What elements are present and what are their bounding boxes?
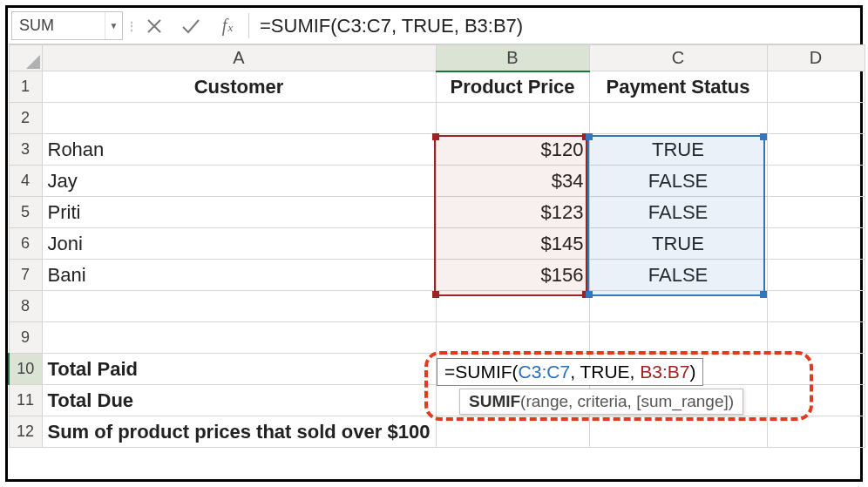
cell[interactable]: Jay (42, 166, 436, 197)
function-tooltip-name: SUMIF (469, 392, 520, 410)
cancel-icon[interactable] (144, 16, 165, 37)
cell[interactable]: TRUE (589, 134, 767, 166)
splitter-icon: ⋮ (125, 8, 139, 44)
cell[interactable] (589, 103, 767, 134)
select-all-corner[interactable] (9, 45, 42, 71)
cell[interactable] (767, 228, 865, 260)
cell[interactable] (589, 291, 767, 322)
row-header[interactable]: 10 (9, 354, 42, 385)
separator (248, 13, 249, 38)
cell[interactable]: Sum of product prices that sold over $10… (42, 416, 436, 448)
cell[interactable]: FALSE (589, 166, 767, 197)
row-header[interactable]: 11 (9, 385, 42, 416)
formula-part-ref-red: B3:B7 (640, 362, 689, 382)
cell[interactable]: Payment Status (589, 71, 767, 103)
cell[interactable] (436, 103, 589, 134)
row-header[interactable]: 8 (9, 291, 42, 322)
row-header[interactable]: 1 (9, 71, 42, 103)
cell[interactable] (767, 322, 865, 354)
cell[interactable] (767, 134, 865, 166)
formula-part-ref-blue: C3:C7 (519, 362, 571, 382)
cell[interactable]: $120 (436, 134, 589, 166)
cell[interactable] (767, 197, 865, 228)
name-box-dropdown-icon[interactable]: ▼ (105, 12, 122, 39)
formula-bar-input[interactable]: =SUMIF(C3:C7, TRUE, B3:B7) (251, 8, 860, 44)
cell[interactable] (436, 291, 589, 322)
cell[interactable] (767, 103, 865, 134)
cell[interactable] (767, 71, 865, 103)
row-header[interactable]: 2 (9, 103, 42, 134)
formula-bar-buttons: fx (139, 8, 247, 44)
cell[interactable]: FALSE (589, 260, 767, 291)
cell[interactable]: Customer (42, 71, 436, 103)
row-header[interactable]: 4 (9, 166, 42, 197)
col-header-b[interactable]: B (436, 45, 589, 71)
cell[interactable] (42, 322, 436, 354)
col-header-a[interactable]: A (42, 45, 436, 71)
row-header[interactable]: 9 (9, 322, 42, 354)
formula-part: =SUMIF( (444, 362, 519, 382)
cell[interactable]: Joni (42, 228, 436, 260)
formula-bar: SUM ▼ ⋮ fx =SUMIF(C3:C7, TRUE, B3:B7) (8, 8, 860, 44)
cell[interactable]: $123 (436, 197, 589, 228)
cell[interactable]: Product Price (436, 71, 589, 103)
function-tooltip-args: (range, criteria, [sum_range]) (520, 392, 734, 410)
spreadsheet-grid: A B C D 1 Customer Product Price Payment… (8, 44, 860, 448)
function-tooltip: SUMIF(range, criteria, [sum_range]) (459, 389, 743, 415)
in-cell-formula-editor[interactable]: =SUMIF(C3:C7, TRUE, B3:B7) (437, 358, 703, 386)
cell[interactable]: $34 (436, 166, 589, 197)
cell[interactable] (436, 322, 589, 354)
cell[interactable]: $156 (436, 260, 589, 291)
row-header[interactable]: 7 (9, 260, 42, 291)
cell[interactable] (767, 260, 865, 291)
cell[interactable] (42, 291, 436, 322)
formula-part: , TRUE, (570, 362, 640, 382)
cell[interactable]: Total Paid (42, 354, 436, 385)
cell[interactable]: Bani (42, 260, 436, 291)
row-header[interactable]: 5 (9, 197, 42, 228)
row-header[interactable]: 3 (9, 134, 42, 166)
cell[interactable] (42, 103, 436, 134)
cell[interactable]: TRUE (589, 228, 767, 260)
name-box-value: SUM (12, 17, 105, 35)
cell[interactable]: $145 (436, 228, 589, 260)
name-box[interactable]: SUM ▼ (11, 11, 123, 40)
formula-bar-text: =SUMIF(C3:C7, TRUE, B3:B7) (260, 15, 523, 37)
row-header[interactable]: 6 (9, 228, 42, 260)
row-header[interactable]: 12 (9, 416, 42, 448)
col-header-c[interactable]: C (589, 45, 767, 71)
cell[interactable] (589, 322, 767, 354)
cell[interactable]: FALSE (589, 197, 767, 228)
formula-part: ) (689, 362, 695, 382)
cell[interactable]: Rohan (42, 134, 436, 166)
cell[interactable] (767, 166, 865, 197)
cell[interactable]: Total Due (42, 385, 436, 416)
cell[interactable]: Priti (42, 197, 436, 228)
cell[interactable] (767, 291, 865, 322)
enter-icon[interactable] (180, 16, 201, 37)
col-header-d[interactable]: D (767, 45, 865, 71)
fx-icon[interactable]: fx (217, 16, 238, 37)
